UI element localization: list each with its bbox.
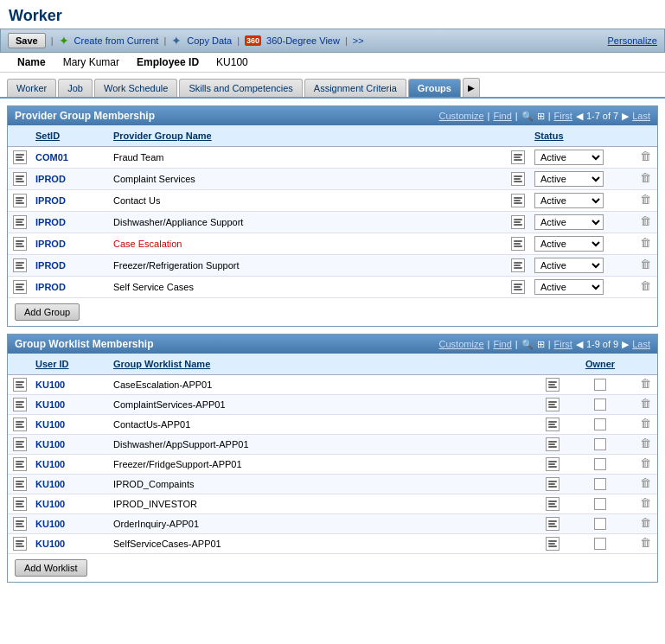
wl-doc-icon[interactable] <box>13 477 27 491</box>
mid-doc-icon[interactable] <box>511 194 525 207</box>
status-select[interactable]: Active Inactive <box>534 236 604 252</box>
delete-icon[interactable]: 🗑 <box>640 150 652 164</box>
wl-mid-doc-icon[interactable] <box>546 418 559 431</box>
doc-icon[interactable] <box>13 258 27 272</box>
tab-work-schedule[interactable]: Work Schedule <box>94 79 177 97</box>
groupname-header[interactable]: Provider Group Name <box>113 131 212 141</box>
prev-icon[interactable]: ◀ <box>576 111 583 122</box>
wl-delete-icon[interactable]: 🗑 <box>640 418 652 431</box>
wl-delete-icon[interactable]: 🗑 <box>640 477 652 491</box>
wl-find-link[interactable]: Find <box>493 339 511 349</box>
delete-icon[interactable]: 🗑 <box>640 215 652 229</box>
tab-more-arrow[interactable]: ▶ <box>463 78 480 97</box>
owner-checkbox[interactable] <box>594 478 606 490</box>
search-icon[interactable]: 🔍 <box>521 111 534 122</box>
doc-icon[interactable] <box>13 280 27 294</box>
status-header[interactable]: Status <box>534 131 564 141</box>
wl-next-icon[interactable]: ▶ <box>622 339 629 350</box>
mid-doc-icon[interactable] <box>511 280 525 294</box>
grid-icon[interactable]: ⊞ <box>537 111 545 122</box>
wl-mid-doc-icon[interactable] <box>546 497 559 511</box>
next-icon[interactable]: ▶ <box>622 111 629 122</box>
wl-delete-icon[interactable]: 🗑 <box>640 378 652 392</box>
setid-header[interactable]: SetID <box>35 131 60 141</box>
owner-checkbox[interactable] <box>594 518 606 530</box>
wl-doc-icon[interactable] <box>13 398 27 411</box>
wl-doc-icon[interactable] <box>13 517 27 531</box>
userid-header[interactable]: User ID <box>35 359 69 369</box>
wl-doc-icon[interactable] <box>13 418 27 431</box>
wl-delete-icon[interactable]: 🗑 <box>640 457 652 471</box>
mid-doc-icon[interactable] <box>511 215 525 229</box>
more-link[interactable]: >> <box>353 35 364 46</box>
tab-job[interactable]: Job <box>58 79 93 97</box>
wl-mid-doc-icon[interactable] <box>546 398 559 411</box>
doc-icon[interactable] <box>13 172 27 186</box>
wl-doc-icon[interactable] <box>13 378 27 392</box>
status-select[interactable]: Active Inactive <box>534 258 604 273</box>
last-link[interactable]: Last <box>632 111 650 121</box>
wl-first-link[interactable]: First <box>554 339 572 349</box>
create-from-current-link[interactable]: Create from Current <box>74 35 159 46</box>
delete-icon[interactable]: 🗑 <box>640 194 652 207</box>
add-group-button[interactable]: Add Group <box>15 303 80 321</box>
wl-prev-icon[interactable]: ◀ <box>576 339 583 350</box>
wl-delete-icon[interactable]: 🗑 <box>640 517 652 531</box>
save-button[interactable]: Save <box>8 33 46 48</box>
status-select[interactable]: Active Inactive <box>534 193 604 208</box>
wl-doc-icon[interactable] <box>13 457 27 471</box>
wl-doc-icon[interactable] <box>13 497 27 511</box>
customize-link[interactable]: Customize <box>439 111 484 121</box>
personalize-link[interactable]: Personalize <box>608 35 657 46</box>
copy-data-link[interactable]: Copy Data <box>187 35 232 46</box>
status-select[interactable]: Active Inactive <box>534 150 604 165</box>
owner-checkbox[interactable] <box>594 438 606 450</box>
wl-last-link[interactable]: Last <box>632 339 650 349</box>
delete-icon[interactable]: 🗑 <box>640 280 652 294</box>
wl-mid-doc-icon[interactable] <box>546 457 559 471</box>
wl-mid-doc-icon[interactable] <box>546 517 559 531</box>
find-link[interactable]: Find <box>493 111 511 121</box>
wl-delete-icon[interactable]: 🗑 <box>640 537 652 551</box>
wl-grid-icon[interactable]: ⊞ <box>537 339 545 350</box>
delete-icon[interactable]: 🗑 <box>640 237 652 251</box>
tab-skills[interactable]: Skills and Competencies <box>179 79 302 97</box>
wl-customize-link[interactable]: Customize <box>439 339 484 349</box>
owner-checkbox[interactable] <box>594 399 606 411</box>
owner-checkbox[interactable] <box>594 498 606 510</box>
status-select[interactable]: Active Inactive <box>534 279 604 295</box>
mid-doc-icon[interactable] <box>511 150 525 164</box>
add-worklist-button[interactable]: Add Worklist <box>15 559 87 577</box>
wl-delete-icon[interactable]: 🗑 <box>640 497 652 511</box>
tab-worker[interactable]: Worker <box>7 79 56 97</box>
wl-search-icon[interactable]: 🔍 <box>521 339 534 350</box>
wl-mid-doc-icon[interactable] <box>546 437 559 451</box>
wl-delete-icon[interactable]: 🗑 <box>640 398 652 411</box>
mid-doc-icon[interactable] <box>511 237 525 251</box>
owner-checkbox[interactable] <box>594 379 606 391</box>
wl-mid-doc-icon[interactable] <box>546 477 559 491</box>
wl-mid-doc-icon[interactable] <box>546 378 559 392</box>
wl-mid-doc-icon[interactable] <box>546 537 559 551</box>
owner-checkbox[interactable] <box>594 538 606 550</box>
doc-icon[interactable] <box>13 237 27 251</box>
wl-doc-icon[interactable] <box>13 537 27 551</box>
worklist-name-header[interactable]: Group Worklist Name <box>113 359 210 369</box>
tab-groups[interactable]: Groups <box>408 79 461 97</box>
owner-checkbox[interactable] <box>594 458 606 470</box>
owner-header[interactable]: Owner <box>585 359 615 369</box>
tab-assignment[interactable]: Assignment Criteria <box>304 79 406 97</box>
delete-icon[interactable]: 🗑 <box>640 258 652 272</box>
owner-checkbox[interactable] <box>594 418 606 430</box>
first-link[interactable]: First <box>554 111 572 121</box>
delete-icon[interactable]: 🗑 <box>640 172 652 186</box>
mid-doc-icon[interactable] <box>511 172 525 186</box>
360-view-link[interactable]: 360-Degree View <box>266 35 340 46</box>
status-select[interactable]: Active Inactive <box>534 214 604 230</box>
mid-doc-icon[interactable] <box>511 258 525 272</box>
wl-doc-icon[interactable] <box>13 437 27 451</box>
doc-icon[interactable] <box>13 194 27 207</box>
wl-delete-icon[interactable]: 🗑 <box>640 437 652 451</box>
status-select[interactable]: Active Inactive <box>534 171 604 187</box>
doc-icon[interactable] <box>13 150 27 164</box>
